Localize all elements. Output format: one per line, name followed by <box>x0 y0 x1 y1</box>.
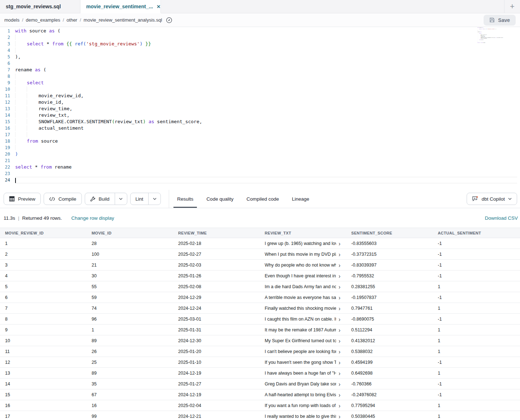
expand-chevron-icon[interactable]: › <box>339 349 340 354</box>
expand-chevron-icon[interactable]: › <box>339 403 340 408</box>
indent-guide <box>27 119 38 124</box>
expand-chevron-icon[interactable]: › <box>339 305 340 311</box>
cell-sentiment_score: 0.7947761 <box>346 306 433 311</box>
change-row-display-link[interactable]: Change row display <box>71 215 114 221</box>
new-tab-button[interactable]: + <box>504 0 520 13</box>
dbt-copilot-button[interactable]: dbt Copilot <box>467 193 517 205</box>
code-text <box>15 131 517 138</box>
code-line: 11 movie_review_id, <box>0 93 520 99</box>
preview-button[interactable]: Preview <box>4 193 41 205</box>
column-header-review_time[interactable]: REVIEW_TIME <box>173 231 260 235</box>
cell-movie_review_id: 7 <box>0 306 87 311</box>
docs-compass-icon[interactable] <box>166 17 172 23</box>
expand-chevron-icon[interactable]: › <box>339 370 340 376</box>
indent-guide <box>27 86 38 92</box>
cell-sentiment_score: 0.4594199 <box>346 360 433 365</box>
code-token: SNOWFLAKE.CORTEX.SENTIMENT <box>39 119 112 124</box>
tab-lineage[interactable]: Lineage <box>292 190 309 208</box>
expand-chevron-icon[interactable]: › <box>339 284 340 289</box>
table-row: 3212025-02-03Why do people who do not kn… <box>0 260 520 271</box>
build-dropdown-button[interactable] <box>115 193 127 205</box>
table-row: 10892024-12-30My Super Ex Girlfriend tur… <box>0 335 520 346</box>
indent-guide <box>27 112 38 118</box>
indent-guide <box>27 99 38 105</box>
breadcrumb-segment[interactable]: movie_review_sentiment_analysis.sql <box>84 17 162 23</box>
expand-chevron-icon[interactable]: › <box>339 381 340 387</box>
tab-compiled-code[interactable]: Compiled code <box>246 190 279 208</box>
line-number: 21 <box>0 157 15 164</box>
file-tab-1[interactable]: movie_review_sentiment_...✕ <box>80 0 161 13</box>
cell-review_time: 2025-02-04 <box>173 403 260 408</box>
table-row: 6592024-12-29A terrible movie as everyon… <box>0 292 520 303</box>
column-header-sentiment_score[interactable]: SENTIMENT_SCORE <box>346 231 433 235</box>
cell-review-txt: When I put this movie in my DVD playe…› <box>260 251 346 257</box>
expand-chevron-icon[interactable]: › <box>339 414 340 419</box>
minimap[interactable]: with source as ( select * from {{ ref('s… <box>477 27 504 70</box>
cell-review_time: 2024-12-21 <box>173 414 260 419</box>
download-csv-link[interactable]: Download CSV <box>485 215 518 221</box>
code-text: review_time, <box>15 106 517 112</box>
compile-button[interactable]: Compile <box>44 193 82 205</box>
column-header-movie_id[interactable]: MOVIE_ID <box>87 231 173 235</box>
cell-review-txt: I really wanted to be able to give this … <box>260 414 346 419</box>
expand-chevron-icon[interactable]: › <box>339 392 340 397</box>
expand-chevron-icon[interactable]: › <box>339 241 340 246</box>
cell-movie_id: 96 <box>87 317 173 322</box>
breadcrumb-segment[interactable]: demo_examples <box>26 17 60 23</box>
build-label: Build <box>99 196 110 202</box>
code-token: from <box>40 164 52 170</box>
cell-actual_sentiment: -1 <box>433 392 520 397</box>
cell-sentiment_score: -0.7955532 <box>346 273 433 278</box>
code-token: ref( <box>75 41 86 46</box>
expand-chevron-icon[interactable]: › <box>339 316 340 322</box>
expand-chevron-icon[interactable]: › <box>339 338 340 343</box>
save-button[interactable]: Save <box>484 15 516 26</box>
code-token: source <box>38 138 58 144</box>
cell-review_time: 2025-03-01 <box>173 317 260 322</box>
expand-chevron-icon[interactable]: › <box>339 359 340 365</box>
breadcrumb-segment[interactable]: other <box>67 17 78 23</box>
expand-chevron-icon[interactable]: › <box>339 327 340 332</box>
code-text <box>15 34 517 41</box>
indent-guide <box>15 80 27 85</box>
indent-guide <box>15 119 27 124</box>
code-token: as <box>149 119 154 124</box>
expand-chevron-icon[interactable]: › <box>339 295 340 300</box>
cell-review-txt: If you want a fun romp with loads of s…› <box>260 403 346 408</box>
code-token: with <box>15 28 26 33</box>
code-line: 13 review_time, <box>0 106 520 112</box>
cell-actual_sentiment: -1 <box>433 295 520 300</box>
tab-results[interactable]: Results <box>177 190 193 208</box>
tab-code-quality[interactable]: Code quality <box>206 190 233 208</box>
code-token: select <box>15 164 32 170</box>
column-header-actual_sentiment[interactable]: ACTUAL_SENTIMENT <box>433 231 520 235</box>
code-token: 'stg_movie_reviews' <box>86 41 140 46</box>
cell-movie_id: 74 <box>87 306 173 311</box>
code-editor[interactable]: 1with source as (2 3 select * from {{ re… <box>0 27 520 190</box>
indent-guide <box>15 99 27 105</box>
cell-movie_id: 35 <box>87 381 173 387</box>
code-line <box>477 44 504 44</box>
cell-movie_id: 67 <box>87 392 173 397</box>
breadcrumb-segment[interactable]: models <box>4 17 19 23</box>
expand-chevron-icon[interactable]: › <box>339 262 340 268</box>
cell-actual_sentiment: 1 <box>433 349 520 354</box>
table-row: 17992024-12-21I really wanted to be able… <box>0 411 520 420</box>
file-tab-0[interactable]: stg_movie_reviews.sql <box>0 0 80 13</box>
lint-button[interactable]: Lint <box>131 193 149 205</box>
lint-dropdown-button[interactable] <box>148 193 160 205</box>
close-icon[interactable]: ✕ <box>153 4 160 9</box>
breadcrumb-separator: / <box>80 17 81 23</box>
line-number: 14 <box>0 112 15 119</box>
expand-chevron-icon[interactable]: › <box>339 273 340 278</box>
expand-chevron-icon[interactable]: › <box>339 251 340 257</box>
cell-actual_sentiment: -1 <box>433 273 520 278</box>
build-button[interactable]: Build <box>85 193 115 205</box>
column-header-review_txt[interactable]: REVIEW_TXT <box>260 231 346 235</box>
indent-guide <box>27 132 38 137</box>
column-header-movie_review_id[interactable]: MOVIE_REVIEW_ID <box>0 231 87 235</box>
line-number: 9 <box>0 80 15 86</box>
table-row: 912025-01-31It may be the remake of 1987… <box>0 325 520 335</box>
lint-label: Lint <box>136 196 144 202</box>
code-token: source <box>26 28 49 33</box>
